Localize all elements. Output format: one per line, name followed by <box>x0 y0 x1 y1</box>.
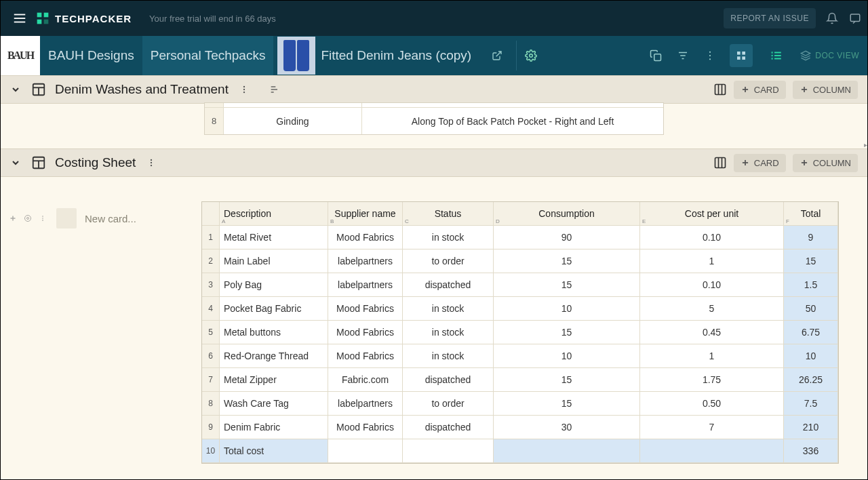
col-header-cost[interactable]: Cost per unitE <box>640 202 784 226</box>
section-menu[interactable] <box>239 85 249 94</box>
more-button[interactable] <box>703 48 717 63</box>
cell-description[interactable]: Metal buttons <box>220 321 328 344</box>
cell-status[interactable]: in stock <box>403 297 494 321</box>
table-row[interactable]: 2Main Labellabelpartnersto order15115 <box>202 249 838 273</box>
cell-cost[interactable]: 1 <box>640 344 784 368</box>
cell-status[interactable]: in stock <box>403 226 494 249</box>
col-header-status[interactable]: StatusC <box>403 202 494 226</box>
cell-total[interactable]: 9 <box>784 226 838 249</box>
cell-description[interactable]: Main Label <box>220 249 328 273</box>
cell-status[interactable]: dispatched <box>403 273 494 297</box>
cell-supplier[interactable] <box>328 439 403 463</box>
cell-description[interactable]: Red-Orange Thread <box>220 344 328 368</box>
cell-consumption[interactable] <box>494 439 640 463</box>
cell-total[interactable]: 6.75 <box>784 321 838 344</box>
table-row[interactable]: 7Metal ZipperFabric.comdispatched151.752… <box>202 368 838 392</box>
table-row[interactable]: 5Metal buttonsMood Fabricsin stock150.45… <box>202 321 838 344</box>
cell-total[interactable]: 1.5 <box>784 273 838 297</box>
cell-consumption[interactable]: 15 <box>494 321 640 344</box>
add-column-button[interactable]: COLUMN <box>793 154 858 172</box>
cell-description[interactable]: Wash Care Tag <box>220 392 328 416</box>
cell-cost[interactable]: 1.75 <box>640 368 784 392</box>
table-row[interactable]: 3Poly Baglabelpartnersdispatched150.101.… <box>202 273 838 297</box>
new-card-input[interactable]: New card... <box>85 213 136 224</box>
table-row[interactable]: 8 Ginding Along Top of Back Patch Pocket… <box>205 107 663 134</box>
cell-consumption[interactable]: 90 <box>494 226 640 249</box>
cell-status[interactable]: to order <box>403 249 494 273</box>
cell-consumption[interactable]: 30 <box>494 416 640 439</box>
notifications-button[interactable] <box>825 12 839 25</box>
collapse-toggle[interactable] <box>9 83 22 96</box>
grid-view-button[interactable] <box>730 44 753 67</box>
company-logo-box[interactable]: BAUH <box>1 36 40 75</box>
col-header-consumption[interactable]: ConsumptionD <box>494 202 640 226</box>
cell-total[interactable]: 50 <box>784 297 838 321</box>
cell-total[interactable]: 15 <box>784 249 838 273</box>
cell-cost[interactable]: 1 <box>640 249 784 273</box>
cell-supplier[interactable]: labelpartners <box>328 249 403 273</box>
cell-cost[interactable]: 5 <box>640 297 784 321</box>
section-sort[interactable] <box>269 84 280 95</box>
cell-total[interactable]: 10 <box>784 344 838 368</box>
cell-description[interactable]: Poly Bag <box>220 273 328 297</box>
cell-supplier[interactable]: labelpartners <box>328 273 403 297</box>
add-column-button[interactable]: COLUMN <box>793 81 858 99</box>
table-row[interactable]: 8Wash Care Taglabelpartnersto order150.5… <box>202 392 838 416</box>
table-row[interactable]: 10Total cost336 <box>202 439 838 463</box>
hamburger-menu[interactable] <box>6 5 33 32</box>
col-header-supplier[interactable]: Supplier nameB <box>328 202 403 226</box>
cell-total[interactable]: 336 <box>784 439 838 463</box>
open-external-button[interactable] <box>492 50 502 61</box>
cell-description[interactable]: Metal Rivet <box>220 226 328 249</box>
table-row[interactable]: 4Pocket Bag FabricMood Fabricsin stock10… <box>202 297 838 321</box>
cell-supplier[interactable]: Mood Fabrics <box>328 344 403 368</box>
table-row[interactable]: 6Red-Orange ThreadMood Fabricsin stock10… <box>202 344 838 368</box>
cell-total[interactable]: 7.5 <box>784 392 838 416</box>
cell-consumption[interactable]: 10 <box>494 297 640 321</box>
cell-supplier[interactable]: Mood Fabrics <box>328 321 403 344</box>
cell-status[interactable]: dispatched <box>403 368 494 392</box>
cell-status[interactable] <box>403 439 494 463</box>
collapse-toggle[interactable] <box>9 156 22 169</box>
cell-cost[interactable]: 7 <box>640 416 784 439</box>
more-button[interactable] <box>37 213 48 224</box>
cell-supplier[interactable]: Mood Fabrics <box>328 416 403 439</box>
cell-consumption[interactable]: 15 <box>494 273 640 297</box>
cell-status[interactable]: in stock <box>403 344 494 368</box>
breadcrumb-product[interactable]: Fitted Denim Jeans (copy) <box>317 36 479 75</box>
cell[interactable]: Along Top of Back Patch Pocket - Right a… <box>362 107 663 134</box>
cell-supplier[interactable]: Fabric.com <box>328 368 403 392</box>
cell-consumption[interactable]: 15 <box>494 392 640 416</box>
cell-description[interactable]: Denim Fabric <box>220 416 328 439</box>
cell-supplier[interactable]: Mood Fabrics <box>328 297 403 321</box>
list-view-button[interactable] <box>765 44 788 67</box>
cell-total[interactable]: 26.25 <box>784 368 838 392</box>
col-header-description[interactable]: DescriptionA <box>220 202 328 226</box>
filter-button[interactable] <box>675 48 690 63</box>
breadcrumb-company[interactable]: BAUH Designs <box>40 36 142 75</box>
columns-toggle[interactable] <box>713 83 727 96</box>
cell-consumption[interactable]: 15 <box>494 249 640 273</box>
copy-button[interactable] <box>648 48 663 63</box>
col-header-total[interactable]: TotalF <box>784 202 838 226</box>
cell-cost[interactable]: 0.50 <box>640 392 784 416</box>
settings-button[interactable] <box>524 48 538 63</box>
cell-supplier[interactable]: labelpartners <box>328 392 403 416</box>
cell-cost[interactable]: 0.10 <box>640 226 784 249</box>
cell-cost[interactable]: 0.45 <box>640 321 784 344</box>
section-menu[interactable] <box>146 158 156 167</box>
settings-button[interactable] <box>22 213 33 224</box>
report-issue-button[interactable]: REPORT AN ISSUE <box>724 8 816 28</box>
table-row[interactable]: 1Metal RivetMood Fabricsin stock900.109 <box>202 226 838 249</box>
cell-description[interactable]: Metal Zipper <box>220 368 328 392</box>
doc-view-button[interactable]: DOC VIEW <box>800 50 859 61</box>
brand-logo[interactable]: TECHPACKER <box>36 12 132 25</box>
columns-toggle[interactable] <box>713 156 727 169</box>
cell-status[interactable]: to order <box>403 392 494 416</box>
new-card-row[interactable]: New card... <box>7 208 193 228</box>
cell-supplier[interactable]: Mood Fabrics <box>328 226 403 249</box>
add-button[interactable] <box>7 213 18 224</box>
cell-status[interactable]: in stock <box>403 321 494 344</box>
table-row[interactable]: 9Denim FabricMood Fabricsdispatched30721… <box>202 416 838 439</box>
add-card-button[interactable]: CARD <box>734 154 786 172</box>
